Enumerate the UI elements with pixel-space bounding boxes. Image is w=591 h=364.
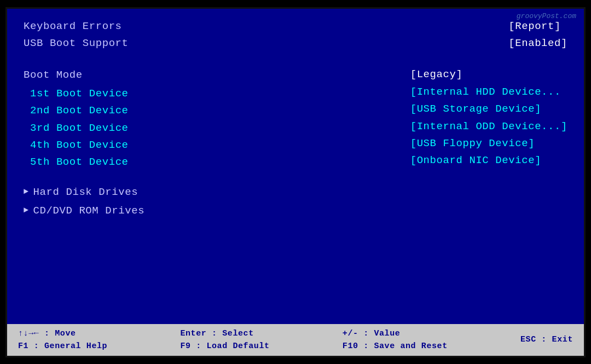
- footer-esc-label: ESC : Exit: [520, 334, 573, 345]
- boot-device-1-value: [Internal HDD Device...: [410, 84, 561, 100]
- footer-savereset-label: F10 : Save and Reset: [343, 340, 448, 352]
- footer-move-label: ↑↓→← : Move: [18, 328, 76, 339]
- watermark: groovyPost.com: [517, 12, 576, 20]
- footer-help-label: F1 : General Help: [18, 340, 107, 352]
- footer: ↑↓→← : Move F1 : General Help Enter : Se…: [7, 324, 584, 356]
- usb-boot-support-label: USB Boot Support: [24, 36, 129, 51]
- footer-value-group: +/- : Value F10 : Save and Reset: [343, 328, 448, 352]
- usb-boot-support-value: [Enabled]: [508, 36, 567, 51]
- hard-disk-drives-item[interactable]: ► Hard Disk Drives: [24, 184, 567, 200]
- boot-device-4-label[interactable]: 4th Boot Device: [24, 137, 129, 153]
- cdrom-drives-item[interactable]: ► CD/DVD ROM Drives: [24, 203, 567, 219]
- footer-move-group: ↑↓→← : Move F1 : General Help: [18, 328, 107, 352]
- footer-value-label: +/- : Value: [343, 328, 401, 339]
- boot-mode-label: Boot Mode: [24, 67, 129, 83]
- boot-device-1-label[interactable]: 1st Boot Device: [24, 85, 129, 102]
- boot-device-5-label[interactable]: 5th Boot Device: [24, 154, 129, 170]
- footer-esc-group: ESC : Exit: [520, 334, 573, 345]
- top-section: Keyboard Errors USB Boot Support [Report…: [24, 19, 567, 52]
- boot-mode-value: [Legacy]: [410, 67, 463, 83]
- keyboard-errors-value: [Report]: [508, 19, 561, 34]
- footer-select-group: Enter : Select F9 : Load Default: [180, 328, 269, 352]
- bios-screen: groovyPost.com Keyboard Errors USB Boot …: [5, 7, 586, 357]
- hard-disk-arrow-icon: ►: [24, 186, 29, 199]
- footer-loaddefault-label: F9 : Load Default: [180, 340, 269, 352]
- boot-left: Boot Mode 1st Boot Device 2nd Boot Devic…: [24, 67, 129, 170]
- boot-device-2-label[interactable]: 2nd Boot Device: [24, 102, 129, 119]
- boot-section: Boot Mode 1st Boot Device 2nd Boot Devic…: [24, 67, 567, 170]
- boot-device-4-value: [USB Floppy Device]: [410, 135, 535, 152]
- footer-select-label: Enter : Select: [180, 328, 253, 339]
- boot-device-3-value: [Internal ODD Device...]: [410, 118, 567, 135]
- top-left-labels: Keyboard Errors USB Boot Support: [24, 19, 129, 52]
- boot-device-3-label[interactable]: 3rd Boot Device: [24, 120, 129, 136]
- cdrom-arrow-icon: ►: [24, 204, 29, 217]
- hard-disk-drives-label: Hard Disk Drives: [33, 184, 138, 200]
- boot-device-5-value: [Onboard NIC Device]: [410, 152, 541, 169]
- keyboard-errors-label: Keyboard Errors: [24, 19, 129, 34]
- boot-device-2-value: [USB Storage Device]: [410, 101, 541, 117]
- submenu-section: ► Hard Disk Drives ► CD/DVD ROM Drives: [24, 184, 567, 219]
- top-right-values: [Report] [Enabled]: [508, 19, 567, 52]
- cdrom-drives-label: CD/DVD ROM Drives: [33, 203, 145, 219]
- boot-right: [Legacy] [Internal HDD Device... [USB St…: [410, 67, 567, 170]
- main-content: Keyboard Errors USB Boot Support [Report…: [7, 9, 584, 324]
